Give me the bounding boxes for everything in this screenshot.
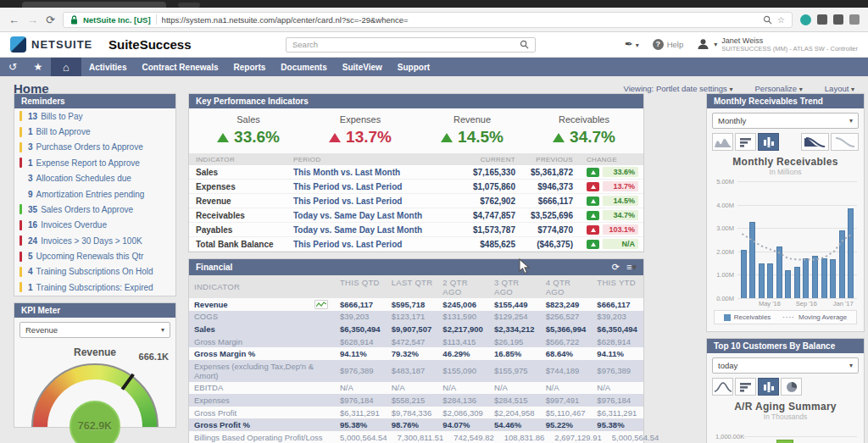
browser-new-tab-button[interactable] bbox=[178, 3, 200, 8]
browser-refresh-icon[interactable]: ⟳ bbox=[46, 14, 55, 25]
financial-value: 54.46% bbox=[489, 420, 541, 429]
kpi-gauge[interactable]: 666.1K 762.9K bbox=[31, 363, 159, 427]
extension-icon[interactable] bbox=[833, 14, 843, 25]
portlet-menu-icon[interactable]: ≡▾ bbox=[626, 262, 637, 273]
trend-style-dark-button[interactable] bbox=[801, 133, 829, 151]
financial-row[interactable]: Billings Based Operating Profit/Loss5,00… bbox=[189, 431, 643, 443]
receivables-period-select[interactable]: Monthly ▾ bbox=[712, 113, 859, 129]
reminders-header[interactable]: Reminders bbox=[14, 94, 175, 108]
search-icon[interactable] bbox=[520, 40, 529, 49]
quick-add-menu[interactable]: ✒ ▾ bbox=[625, 38, 639, 50]
reminder-item[interactable]: 24Invoices > 30 Days > 100K bbox=[14, 233, 175, 248]
browser-tab[interactable] bbox=[22, 2, 166, 8]
nav-item[interactable]: Contract Renewals bbox=[134, 63, 225, 72]
kpi-row[interactable]: PayablesToday vs. Same Day Last Month$1,… bbox=[189, 223, 643, 237]
reminder-item[interactable]: 16Invoices Overdue bbox=[14, 218, 175, 233]
hbar-chart-icon bbox=[740, 137, 752, 147]
financial-value: $245,006 bbox=[437, 300, 489, 309]
area-chart-type-button[interactable] bbox=[712, 133, 733, 151]
nav-item[interactable]: Activities bbox=[81, 63, 134, 72]
sparkline-icon[interactable] bbox=[314, 300, 328, 309]
browser-back-icon[interactable]: ← bbox=[8, 14, 19, 25]
recent-records-icon[interactable]: ↺ bbox=[0, 61, 25, 73]
financial-row[interactable]: Revenue$666,117$595,718$245,006$155,449$… bbox=[189, 298, 643, 311]
reminder-item[interactable]: 1Expense Report to Approve bbox=[14, 155, 175, 170]
user-menu[interactable]: ▾ Janet Weiss SUITESUCCESS (MM) - ATLAS … bbox=[697, 36, 858, 53]
browser-forward-icon[interactable]: → bbox=[27, 14, 38, 25]
financial-row[interactable]: Gross Margin$628,914$472,547$113,415$26,… bbox=[189, 335, 643, 348]
top-customers-select[interactable]: today ▾ bbox=[712, 357, 859, 374]
financial-row[interactable]: Gross Margin %94.11%79.32%46.29%16.85%68… bbox=[189, 347, 643, 360]
kpi-row[interactable]: SalesThis Month vs. Last Month$7,165,330… bbox=[189, 165, 643, 180]
nav-item[interactable]: Support bbox=[390, 63, 437, 72]
extension-icon[interactable] bbox=[817, 14, 827, 25]
kpi-row[interactable]: ReceivablesToday vs. Same Day Last Month… bbox=[189, 208, 643, 223]
kpi-headline-item[interactable]: Sales33.6% bbox=[192, 114, 304, 147]
hbar-chart-type-button[interactable] bbox=[735, 133, 756, 151]
nav-item[interactable]: Documents bbox=[273, 63, 334, 72]
extension-icon[interactable] bbox=[849, 14, 860, 25]
kpi-meter-select[interactable]: Revenue ▾ bbox=[19, 322, 170, 338]
reminder-item[interactable]: 4Training Subscriptions On Hold bbox=[14, 264, 175, 280]
url-search-icon[interactable] bbox=[763, 15, 772, 25]
home-icon[interactable]: ⌂ bbox=[51, 58, 81, 76]
kpi-row[interactable]: RevenueThis Period vs. Last Period$762,9… bbox=[189, 194, 643, 208]
kpi-row[interactable]: Total Bank BalanceThis Period vs. Last P… bbox=[189, 237, 643, 252]
receivables-trend-header[interactable]: Monthly Receivables Trend bbox=[707, 94, 864, 108]
netsuite-logo-icon[interactable] bbox=[10, 36, 26, 53]
financial-value: 79.32% bbox=[387, 349, 438, 358]
reminder-item[interactable]: 5Upcoming Renewals this Qtr bbox=[14, 248, 175, 263]
top-customers-header[interactable]: Top 10 Customers By Balance bbox=[707, 339, 864, 353]
financial-row[interactable]: Gross Profit$6,311,291$9,784,336$2,086,3… bbox=[189, 407, 643, 419]
shortcuts-star-icon[interactable]: ★ bbox=[25, 61, 51, 73]
reminder-item[interactable]: 3Purchase Orders to Approve bbox=[14, 140, 175, 155]
kpi-row[interactable]: ExpensesThis Period vs. Last Period$1,07… bbox=[189, 180, 643, 194]
kpi-headline-item[interactable]: Revenue14.5% bbox=[416, 114, 528, 147]
extension-icon[interactable] bbox=[800, 14, 811, 25]
chevron-down-icon: ▾ bbox=[636, 42, 639, 49]
line-chart-type-button[interactable] bbox=[712, 378, 733, 396]
hbar-chart-type-button[interactable] bbox=[735, 378, 756, 396]
reminder-item[interactable]: 13Bills to Pay bbox=[14, 108, 175, 124]
url-text[interactable]: https://system.na1.netsuite.com/app/cent… bbox=[162, 15, 758, 25]
help-menu[interactable]: ? Help bbox=[653, 39, 684, 50]
reminder-item[interactable]: 35Sales Orders to Approve bbox=[14, 202, 175, 217]
kpi-table: SalesThis Month vs. Last Month$7,165,330… bbox=[189, 165, 643, 252]
financial-row[interactable]: EBITDAN/AN/AN/AN/AN/AN/A bbox=[189, 382, 643, 395]
severity-bar bbox=[19, 204, 22, 214]
kpi-headline-item[interactable]: Receivables34.7% bbox=[528, 114, 640, 147]
personalize-menu[interactable]: Personalize ▾ bbox=[755, 84, 803, 93]
vbar-chart-type-button[interactable] bbox=[758, 378, 779, 396]
ar-bar[interactable] bbox=[776, 440, 793, 443]
kpi-headline-item[interactable]: Expenses13.7% bbox=[304, 114, 416, 147]
global-search-input[interactable]: Search bbox=[286, 37, 536, 53]
financial-row[interactable]: Gross Profit %95.38%98.76%94.07%54.46%95… bbox=[189, 418, 643, 431]
legend-swatch-receivables bbox=[724, 314, 731, 321]
financial-row[interactable]: Expenses$976,184$558,215$284,136$284,515… bbox=[189, 394, 643, 407]
url-box[interactable]: NetSuite Inc. [US] https://system.na1.ne… bbox=[63, 12, 793, 28]
reminder-item[interactable]: 3Allocation Schedules due bbox=[14, 171, 175, 186]
up-arrow-icon bbox=[591, 242, 596, 246]
viewing-menu[interactable]: Viewing: Portlet date settings ▾ bbox=[624, 84, 733, 93]
financial-value: 742,549.82 bbox=[448, 433, 499, 442]
financial-row[interactable]: Sales$6,350,494$9,907,507$2,217,900$2,33… bbox=[189, 323, 643, 335]
trend-style-light-button[interactable] bbox=[831, 133, 859, 151]
bookmark-star-icon[interactable]: ☆ bbox=[777, 15, 785, 25]
reminder-item[interactable]: 9Amortization Entries pending bbox=[14, 186, 175, 202]
financial-header[interactable]: Financial ⟳ ≡▾ bbox=[189, 259, 643, 275]
refresh-icon[interactable]: ⟳ bbox=[612, 262, 620, 273]
kpi-meter-header[interactable]: KPI Meter bbox=[14, 303, 175, 318]
nav-item[interactable]: Reports bbox=[226, 63, 274, 72]
financial-value: $284,136 bbox=[437, 396, 489, 405]
nav-item[interactable]: SuiteView bbox=[335, 63, 390, 72]
financial-table: Revenue$666,117$595,718$245,006$155,449$… bbox=[189, 298, 643, 443]
reminder-item[interactable]: 1Bill to Approve bbox=[14, 124, 175, 139]
financial-row[interactable]: COGS$39,203$123,171$131,590$129,254$256,… bbox=[189, 311, 643, 324]
reminder-item[interactable]: 1Training Subscriptions: Expired bbox=[14, 280, 175, 295]
financial-row[interactable]: Expenses (excluding Tax,Dep'n & Amort)$9… bbox=[189, 360, 643, 382]
layout-menu[interactable]: Layout ▾ bbox=[825, 84, 854, 93]
kpi-portlet-header[interactable]: Key Performance Indicators bbox=[189, 94, 643, 108]
vbar-chart-type-button[interactable] bbox=[758, 133, 779, 151]
pie-chart-type-button[interactable] bbox=[781, 378, 802, 396]
change-percent: 33.6% bbox=[603, 167, 638, 177]
